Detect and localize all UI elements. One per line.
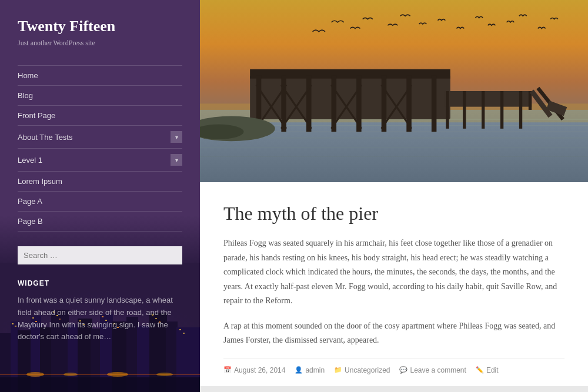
svg-point-39: [64, 373, 78, 376]
nav-item: About The Tests▾: [18, 125, 182, 148]
date-link[interactable]: August 26, 2014: [234, 366, 285, 374]
svg-point-38: [26, 372, 44, 377]
main-navigation: HomeBlogFront PageAbout The Tests▾Level …: [18, 65, 182, 232]
widget-text: In front was a quiet sunny landscape, a …: [18, 294, 182, 343]
article-title: The myth of the pier: [223, 203, 564, 225]
category-icon: 📁: [334, 366, 342, 374]
svg-point-40: [107, 372, 128, 377]
calendar-icon: 📅: [223, 366, 232, 374]
footer-author: 👤 admin: [295, 366, 325, 374]
edit-link[interactable]: Edit: [486, 366, 499, 374]
footer-comments: 💬 Leave a comment: [399, 366, 466, 374]
nav-link[interactable]: Blog: [18, 86, 182, 105]
article-card: The myth of the pier Phileas Fogg was se…: [200, 182, 588, 386]
nav-list: HomeBlogFront PageAbout The Tests▾Level …: [18, 65, 182, 232]
svg-rect-61: [432, 75, 437, 132]
nav-link[interactable]: Front Page: [18, 106, 182, 125]
nav-item: Home: [18, 65, 182, 85]
svg-rect-73: [482, 91, 485, 129]
nav-link[interactable]: Home: [18, 66, 182, 85]
widget-title: WIDGET: [18, 279, 182, 287]
site-tagline: Just another WordPress site: [18, 39, 182, 48]
svg-rect-74: [500, 91, 503, 129]
footer-category: 📁 Uncategorized: [334, 366, 390, 374]
comment-icon: 💬: [399, 366, 407, 374]
nav-item: Front Page: [18, 105, 182, 125]
nav-link[interactable]: Page A: [18, 192, 182, 211]
search-input[interactable]: [18, 246, 182, 264]
nav-item: Level 1▾: [18, 148, 182, 171]
main-content: The myth of the pier Phileas Fogg was se…: [200, 0, 588, 392]
article-body: Phileas Fogg was seated squarely in his …: [223, 236, 564, 348]
svg-rect-42: [0, 377, 200, 392]
svg-rect-71: [446, 91, 449, 129]
article-paragraph-2: A rap at this moment sounded on the door…: [223, 319, 564, 348]
nav-expand-icon[interactable]: ▾: [171, 131, 182, 143]
svg-point-41: [156, 373, 173, 376]
sidebar: Twenty Fifteen Just another WordPress si…: [0, 0, 200, 392]
author-link[interactable]: admin: [305, 366, 325, 374]
svg-rect-72: [463, 91, 466, 129]
article-footer: 📅 August 26, 2014 👤 admin 📁 Uncategorize…: [223, 359, 564, 374]
nav-expand-icon[interactable]: ▾: [171, 154, 182, 166]
nav-item: Page B: [18, 211, 182, 232]
search-box: [18, 246, 182, 264]
footer-date: 📅 August 26, 2014: [223, 366, 285, 374]
comments-link[interactable]: Leave a comment: [410, 366, 466, 374]
nav-link[interactable]: About The Tests▾: [18, 126, 182, 148]
hero-image: [200, 0, 588, 182]
footer-edit: ✏️ Edit: [476, 366, 499, 374]
author-icon: 👤: [295, 366, 303, 374]
nav-link[interactable]: Page B: [18, 212, 182, 231]
nav-item: Page A: [18, 191, 182, 211]
article-paragraph-1: Phileas Fogg was seated squarely in his …: [223, 236, 564, 309]
category-link[interactable]: Uncategorized: [345, 366, 390, 374]
nav-link[interactable]: Lorem Ipsum: [18, 172, 182, 191]
nav-item: Blog: [18, 85, 182, 105]
edit-icon: ✏️: [476, 366, 484, 374]
svg-rect-75: [519, 91, 522, 129]
svg-rect-70: [444, 91, 532, 107]
site-title: Twenty Fifteen: [18, 18, 182, 35]
nav-link[interactable]: Level 1▾: [18, 149, 182, 171]
svg-rect-53: [250, 69, 450, 79]
nav-item: Lorem Ipsum: [18, 171, 182, 191]
